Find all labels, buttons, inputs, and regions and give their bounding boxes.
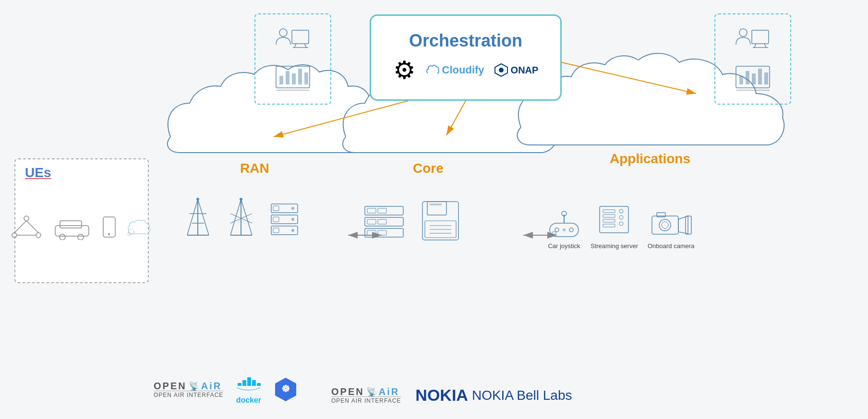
svg-rect-76: [367, 219, 376, 224]
svg-marker-107: [678, 216, 688, 234]
svg-rect-31: [292, 73, 296, 84]
svg-rect-77: [367, 230, 376, 235]
ues-title: UEs: [25, 165, 51, 180]
svg-rect-80: [378, 230, 386, 235]
phone-icon: [101, 216, 118, 240]
svg-rect-94: [552, 232, 556, 234]
ues-icons: [10, 214, 154, 242]
svg-line-38: [764, 44, 766, 48]
car-icon: [53, 216, 91, 240]
oai-core-label: OPEN AIR INTERFACE: [331, 396, 401, 404]
svg-rect-32: [298, 69, 302, 84]
svg-rect-41: [739, 76, 743, 84]
svg-point-102: [619, 222, 623, 226]
ran-content: [182, 197, 300, 240]
oai-ran-label: OPEN AIR INTERFACE: [154, 391, 223, 398]
joystick-item: Car joystick: [547, 209, 581, 250]
diagram-container: UEs: [0, 0, 868, 419]
svg-line-59: [241, 199, 252, 235]
onboard-camera-item: Onboard camera: [648, 209, 695, 250]
svg-point-10: [12, 233, 17, 238]
svg-rect-45: [764, 72, 768, 84]
svg-rect-42: [746, 71, 749, 84]
svg-rect-99: [603, 224, 615, 227]
applications-content: Car joystick Streaming server: [547, 204, 695, 250]
server-icon-core: [362, 204, 406, 242]
monitor-chart-icon-right: [734, 64, 772, 93]
ues-box: UEs: [14, 158, 149, 283]
svg-line-12: [14, 221, 26, 233]
svg-rect-74: [365, 228, 403, 237]
svg-rect-83: [430, 204, 442, 205]
svg-rect-117: [257, 383, 261, 386]
svg-line-37: [754, 44, 756, 48]
svg-rect-44: [758, 69, 762, 84]
svg-rect-29: [279, 76, 283, 84]
svg-point-62: [240, 198, 242, 201]
svg-point-100: [619, 209, 623, 213]
svg-rect-24: [292, 30, 309, 44]
core-content: [362, 199, 461, 242]
svg-rect-110: [242, 380, 246, 383]
svg-rect-113: [247, 380, 251, 383]
streaming-server-item: Streaming server: [591, 204, 638, 250]
svg-text:☸: ☸: [281, 383, 290, 394]
svg-rect-108: [686, 216, 691, 234]
svg-point-20: [108, 233, 110, 235]
svg-line-6: [562, 62, 696, 94]
user-box-left: [254, 13, 331, 105]
svg-line-51: [187, 199, 198, 235]
svg-rect-36: [752, 30, 769, 44]
svg-rect-75: [367, 208, 376, 213]
network-icon: [10, 214, 43, 242]
core-label: Core: [413, 161, 444, 176]
svg-rect-114: [247, 383, 251, 386]
user-network-icon-left: [274, 25, 312, 59]
storage-icon-core: [420, 199, 461, 242]
gear-icon: ⚙: [393, 56, 416, 84]
ran-label: RAN: [240, 161, 269, 176]
joystick-label: Car joystick: [548, 242, 580, 250]
svg-point-104: [659, 219, 671, 231]
svg-rect-116: [252, 383, 256, 386]
joystick-icon: [547, 209, 581, 240]
applications-label: Applications: [610, 151, 690, 167]
svg-line-58: [230, 199, 241, 235]
svg-line-13: [26, 221, 38, 233]
svg-point-18: [78, 234, 84, 240]
svg-point-9: [24, 216, 29, 221]
svg-rect-67: [273, 217, 279, 222]
svg-point-71: [291, 229, 294, 232]
svg-point-17: [60, 234, 65, 240]
cloudify-logo: Cloudify: [425, 64, 484, 76]
streaming-server-icon: [597, 204, 631, 240]
svg-rect-43: [752, 73, 756, 84]
svg-rect-72: [365, 206, 403, 215]
svg-rect-30: [286, 71, 289, 84]
svg-point-69: [291, 207, 294, 210]
core-bottom-logos: OPEN 📡 AiR OPEN AIR INTERFACE NOKIA NOKI…: [331, 386, 572, 405]
user-network-icon-right: [734, 25, 772, 59]
tower-icon-2: [226, 197, 257, 240]
svg-rect-79: [378, 219, 386, 224]
kubernetes-icon: ☸: [274, 376, 298, 403]
orchestration-logos: ⚙ Cloudify ONAP: [393, 56, 539, 84]
svg-rect-111: [242, 383, 246, 386]
svg-rect-33: [304, 72, 308, 84]
cloudify-text: Cloudify: [442, 64, 484, 76]
svg-rect-97: [603, 215, 615, 217]
server-icon-ran: [269, 202, 300, 240]
svg-point-23: [279, 29, 287, 36]
svg-rect-16: [60, 221, 82, 228]
docker-label: docker: [236, 396, 261, 405]
svg-point-105: [662, 222, 668, 228]
svg-line-5: [446, 101, 466, 135]
svg-point-91: [555, 228, 559, 232]
svg-point-92: [569, 228, 573, 232]
svg-point-48: [499, 68, 504, 72]
monitor-chart-icon-left: [274, 64, 312, 93]
svg-rect-66: [273, 206, 279, 211]
svg-rect-109: [238, 383, 241, 386]
oai-logo-core: OPEN 📡 AiR OPEN AIR INTERFACE: [331, 387, 401, 404]
onboard-camera-label: Onboard camera: [648, 242, 695, 250]
